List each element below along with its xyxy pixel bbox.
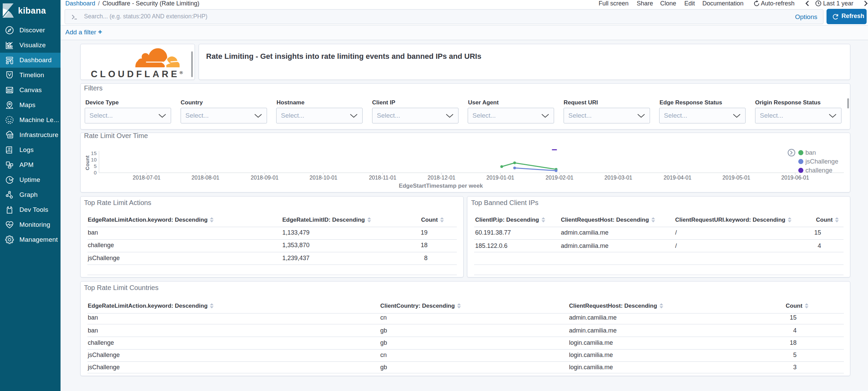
svg-text:ban: ban xyxy=(805,149,816,156)
svg-text:Count: Count xyxy=(84,155,90,170)
svg-text:2018-08-01: 2018-08-01 xyxy=(191,175,219,181)
svg-text:10: 10 xyxy=(91,157,97,163)
svg-text:2018-09-01: 2018-09-01 xyxy=(251,175,279,181)
svg-text:2019-05-01: 2019-05-01 xyxy=(722,175,750,181)
svg-text:2019-04-01: 2019-04-01 xyxy=(664,175,691,181)
svg-text:15: 15 xyxy=(91,150,97,156)
svg-text:2019-03-01: 2019-03-01 xyxy=(604,175,632,181)
svg-text:0: 0 xyxy=(94,170,97,175)
svg-text:challenge: challenge xyxy=(805,167,832,174)
svg-text:2019-06-01: 2019-06-01 xyxy=(781,175,809,181)
svg-text:2019-01-01: 2019-01-01 xyxy=(486,175,514,181)
svg-text:EdgeStartTimestamp per week: EdgeStartTimestamp per week xyxy=(399,183,483,189)
svg-text:5: 5 xyxy=(94,163,97,169)
svg-text:2019-02-01: 2019-02-01 xyxy=(546,175,573,181)
svg-text:jsChallenge: jsChallenge xyxy=(805,158,838,165)
svg-text:2018-10-01: 2018-10-01 xyxy=(310,175,337,181)
svg-text:2018-11-01: 2018-11-01 xyxy=(369,175,397,181)
svg-text:2018-12-01: 2018-12-01 xyxy=(428,175,455,181)
svg-text:2018-07-01: 2018-07-01 xyxy=(133,175,161,181)
